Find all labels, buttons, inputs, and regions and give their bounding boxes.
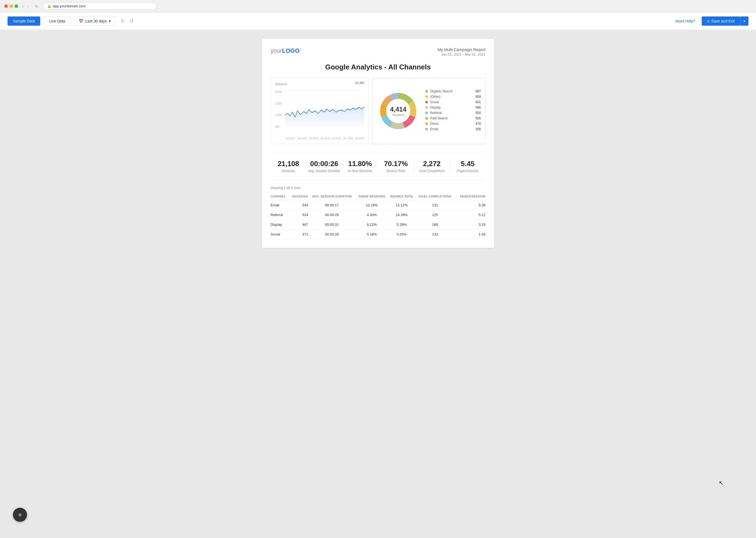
browser-chrome: ‹ › ↻ 🔒 app.yourdomain.com	[0, 0, 756, 13]
need-help-button[interactable]: Need Help?	[675, 19, 695, 23]
date-range-label: Last 30 days	[85, 19, 107, 23]
report-card: yourLOGO™ My Multi Campaign Report Jan 0…	[262, 39, 494, 248]
save-dropdown-button[interactable]: ▾	[740, 17, 748, 26]
metric-item: 21,108 Sessions	[271, 160, 306, 173]
metric-item: 5.45 Pages/Session	[450, 160, 485, 173]
donut-value: 4,414	[390, 106, 406, 113]
nav-arrows: ‹ ›	[21, 3, 30, 9]
line-chart: Sessions 41,965 2,000 1,500 1,000 500	[271, 78, 369, 144]
donut-chart: 4,414 Sessions Organic Search 687 (Other…	[372, 78, 485, 144]
undo-icon-button[interactable]: ↺	[127, 17, 136, 25]
col-duration: Avg. Session Duration	[308, 192, 356, 200]
cell-new-sessions: 6.22%	[356, 220, 388, 230]
metric-label: Sessions	[271, 169, 306, 173]
cell-duration: 00:00:28	[308, 230, 356, 239]
section-title: Google Analytics - All Channels	[271, 63, 485, 71]
legend-item: Direct 470	[425, 122, 481, 126]
legend-value: 586	[473, 106, 481, 109]
legend-dot	[425, 128, 428, 131]
main-content: yourLOGO™ My Multi Campaign Report Jan 0…	[0, 30, 756, 256]
forward-button[interactable]: ›	[26, 3, 30, 9]
lock-icon: 🔒	[47, 4, 51, 8]
metric-item: 00:00:26 Avg. Session Duration	[306, 160, 342, 173]
metrics-row: 21,108 Sessions 00:00:26 Avg. Session Du…	[271, 153, 485, 180]
menu-fab[interactable]: ≡	[13, 508, 27, 522]
col-sessions: Sessions	[289, 192, 308, 200]
legend-item: (Other) 659	[425, 95, 481, 99]
url-text: app.yourdomain.com	[53, 4, 85, 8]
legend-item: Social 601	[425, 100, 481, 104]
metric-value: 2,272	[414, 160, 450, 168]
legend-value: 601	[473, 100, 481, 104]
x-label-7: Jul 2020	[355, 137, 364, 139]
x-label-5: Jul 2019	[332, 137, 341, 139]
legend-value: 356	[473, 127, 481, 131]
exit-icon: ⎋	[707, 19, 709, 23]
charts-row: Sessions 41,965 2,000 1,500 1,000 500	[271, 78, 485, 144]
cell-bounce: 3.25%	[388, 230, 415, 239]
date-range-button[interactable]: 📅 Last 30 days ▾	[74, 16, 115, 26]
x-label-2: Jan 2018	[297, 137, 307, 139]
cell-new-sessions: 4.30%	[356, 210, 388, 220]
legend-item: Referral 550	[425, 111, 481, 115]
cell-sessions: 371	[289, 230, 308, 239]
metric-value: 11.80%	[342, 160, 378, 168]
legend-item: Paid Search 505	[425, 116, 481, 120]
cell-sessions: 467	[289, 220, 308, 230]
col-pages: Pages/Session	[455, 192, 485, 200]
table-row: Social 371 00:00:28 5.18% 3.25% 133 1.56	[271, 230, 485, 239]
legend-name: Direct	[430, 122, 471, 126]
legend-name: Organic Search	[430, 89, 471, 93]
chart-y-label: Sessions	[275, 82, 364, 85]
x-label-6: Jan 2020	[343, 137, 353, 139]
legend-value: 550	[473, 111, 481, 115]
y-axis-label-2000: 2,000	[275, 90, 285, 93]
donut-legend: Organic Search 687 (Other) 659 Social 60…	[425, 89, 481, 133]
menu-icon: ≡	[18, 512, 22, 518]
legend-item: Display 586	[425, 106, 481, 109]
minimize-button[interactable]	[10, 4, 13, 8]
table-row: Email 544 00:00:17 12.18% 12.12% 131 5.3…	[271, 200, 485, 210]
col-channel: Channel	[271, 192, 289, 200]
legend-value: 505	[473, 116, 481, 120]
cell-bounce: 5.29%	[388, 220, 415, 230]
cell-pages: 3.15	[455, 220, 485, 230]
metric-label: Pages/Session	[450, 169, 485, 173]
metric-value: 00:00:26	[306, 160, 342, 168]
sample-data-button[interactable]: Sample Data	[8, 17, 40, 26]
col-goals: Goal Completions	[415, 192, 455, 200]
cell-goals: 189	[415, 220, 455, 230]
refresh-group: ↻ ↺	[119, 17, 136, 25]
cell-new-sessions: 5.18%	[356, 230, 388, 239]
fullscreen-button[interactable]	[15, 4, 18, 8]
logo-area: yourLOGO™	[271, 47, 302, 54]
refresh-button[interactable]: ↻	[33, 4, 40, 9]
save-exit-button[interactable]: ⎋ Save and Exit	[702, 17, 740, 26]
report-dates: Jan 01, 2021 - Mar 01, 2021	[437, 52, 485, 56]
logo: yourLOGO™	[271, 47, 302, 54]
refresh-icon-button[interactable]: ↻	[119, 17, 127, 25]
metric-item: 2,272 Goal Completions	[414, 160, 450, 173]
legend-item: Organic Search 687	[425, 89, 481, 93]
chart-peak: 41,965	[355, 81, 364, 84]
cell-goals: 131	[415, 200, 455, 210]
table-info: Showing 2 off 2 rows	[271, 186, 485, 190]
live-data-button[interactable]: Live Data	[43, 16, 71, 26]
legend-name: Paid Search	[430, 116, 471, 120]
toolbar: Sample Data Live Data 📅 Last 30 days ▾ ↻…	[0, 13, 756, 30]
back-button[interactable]: ‹	[21, 3, 25, 9]
x-label-3: Jul 2018	[309, 137, 318, 139]
cell-pages: 5.39	[455, 200, 485, 210]
x-label-1: Jul 2017	[286, 137, 295, 139]
metric-value: 21,108	[271, 160, 306, 168]
donut-svg-wrap: 4,414 Sessions	[377, 89, 420, 133]
cell-channel: Referral	[271, 210, 289, 220]
legend-item: Email 356	[425, 127, 481, 131]
x-label-4: Jan 2019	[320, 137, 330, 139]
x-axis: Jul 2017 Jan 2018 Jul 2018 Jan 2019 Jul …	[286, 137, 364, 139]
close-button[interactable]	[4, 4, 8, 8]
line-chart-svg	[285, 88, 364, 128]
url-bar[interactable]: 🔒 app.yourdomain.com	[43, 3, 157, 10]
y-axis-label-1500: 1,500	[275, 102, 285, 105]
cell-channel: Display	[271, 220, 289, 230]
